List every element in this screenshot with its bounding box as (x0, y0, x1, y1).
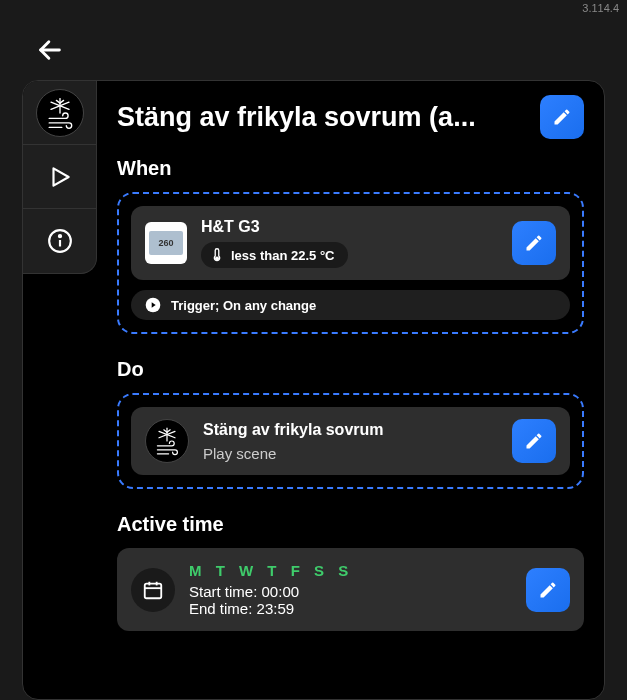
version-label: 3.114.4 (582, 2, 619, 14)
condition-text: less than 22.5 °C (231, 248, 334, 263)
device-thumb-reading: 260 (149, 231, 183, 255)
sidebar (23, 81, 97, 274)
arrow-left-icon (36, 36, 64, 64)
section-do-label: Do (117, 358, 584, 381)
back-button[interactable] (30, 30, 70, 70)
active-days: M T W T F S S (189, 562, 512, 579)
start-time-label: Start time: (189, 583, 257, 600)
content-area: Stäng av frikyla sovrum (a... When 260 H… (97, 81, 604, 699)
start-time-value: 00:00 (262, 583, 300, 600)
play-icon (47, 164, 73, 190)
page-title: Stäng av frikyla sovrum (a... (117, 102, 528, 133)
edit-do-button[interactable] (512, 419, 556, 463)
play-circle-icon (145, 297, 161, 313)
svg-point-9 (58, 235, 60, 237)
scene-editor-panel: Stäng av frikyla sovrum (a... When 260 H… (22, 80, 605, 700)
calendar-icon (131, 568, 175, 612)
trigger-text: Trigger; On any change (171, 298, 316, 313)
svg-rect-18 (145, 583, 162, 598)
info-icon (47, 228, 73, 254)
thermometer-icon (211, 247, 223, 263)
pencil-icon (552, 107, 572, 127)
snowflake-wind-icon (36, 89, 84, 137)
device-thumbnail: 260 (145, 222, 187, 264)
condition-pill: less than 22.5 °C (201, 242, 348, 268)
svg-point-10 (216, 257, 219, 260)
trigger-row[interactable]: Trigger; On any change (131, 290, 570, 320)
sidebar-play-button[interactable] (23, 145, 96, 209)
time-range: Start time: 00:00 End time: 23:59 (189, 583, 512, 617)
active-time-card[interactable]: M T W T F S S Start time: 00:00 End time… (117, 548, 584, 631)
when-condition-card[interactable]: 260 H&T G3 less than 22.5 °C (131, 206, 570, 280)
pencil-icon (538, 580, 558, 600)
edit-when-button[interactable] (512, 221, 556, 265)
do-container: Stäng av frikyla sovrum Play scene (117, 393, 584, 489)
pencil-icon (524, 431, 544, 451)
svg-marker-6 (53, 168, 68, 185)
edit-title-button[interactable] (540, 95, 584, 139)
device-name: H&T G3 (201, 218, 498, 236)
section-active-time-label: Active time (117, 513, 584, 536)
when-container: 260 H&T G3 less than 22.5 °C (117, 192, 584, 334)
section-when-label: When (117, 157, 584, 180)
snowflake-wind-icon (145, 419, 189, 463)
edit-active-time-button[interactable] (526, 568, 570, 612)
sidebar-scene-icon[interactable] (23, 81, 96, 145)
sidebar-info-button[interactable] (23, 209, 96, 273)
action-subtitle: Play scene (203, 445, 498, 462)
pencil-icon (524, 233, 544, 253)
action-title: Stäng av frikyla sovrum (203, 421, 498, 439)
title-row: Stäng av frikyla sovrum (a... (117, 95, 584, 139)
end-time-label: End time: (189, 600, 252, 617)
do-action-card[interactable]: Stäng av frikyla sovrum Play scene (131, 407, 570, 475)
end-time-value: 23:59 (257, 600, 295, 617)
